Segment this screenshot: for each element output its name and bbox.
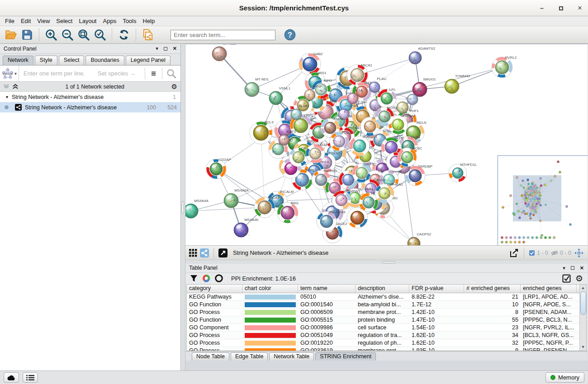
close-icon[interactable]: × [576, 4, 583, 12]
panel-float-icon[interactable] [571, 265, 574, 271]
tab-network[interactable]: Network [3, 56, 33, 65]
tree-expand-icon[interactable]: ▾ [6, 94, 8, 99]
cell: Alzheimer's dise... [356, 293, 409, 300]
network-view-title: String Network - Alzheimer's disease [233, 249, 328, 256]
expand-all-icon[interactable] [3, 84, 9, 89]
scroll-up-icon[interactable]: ▲ [581, 285, 585, 291]
donut-chart-icon[interactable] [215, 274, 223, 282]
splitter-grip[interactable] [382, 261, 395, 263]
cloud-icon[interactable] [4, 372, 19, 383]
help-icon[interactable]: ? [283, 28, 297, 42]
zoom-in-icon[interactable] [44, 28, 58, 42]
zoom-out-icon[interactable] [60, 28, 75, 42]
network-row-selected[interactable]: String Network - Alzheimer's disease 100… [0, 102, 180, 112]
maximize-icon[interactable] [557, 5, 564, 12]
tab-style[interactable]: Style [35, 56, 57, 65]
menu-select[interactable]: Select [53, 17, 76, 25]
minimize-icon[interactable]: – [538, 5, 545, 12]
detach-view-icon[interactable] [218, 248, 228, 258]
column-header-enriched-genes[interactable]: enriched genes [521, 285, 577, 293]
column-header-description[interactable]: description [356, 285, 409, 293]
string-options-icon[interactable]: ≡ [145, 69, 162, 79]
string-species-hint[interactable]: Set species → [98, 70, 145, 77]
column-header-category[interactable]: category [187, 285, 242, 293]
collapse-all-icon[interactable] [12, 84, 19, 89]
vertical-splitter[interactable] [181, 44, 185, 370]
tab-edge-table[interactable]: Edge Table [231, 352, 268, 361]
menu-layout[interactable]: Layout [76, 17, 100, 25]
panel-menu-icon[interactable]: ▾ [563, 265, 565, 271]
birdseye-canvas[interactable] [498, 156, 588, 245]
table-row[interactable]: GO ProcessGO:0006509membrane prot...1.42… [187, 309, 579, 316]
menu-tools[interactable]: Tools [119, 17, 139, 25]
control-panel-title: Control Panel [4, 46, 37, 52]
cell: GO Function [187, 301, 242, 308]
table-row[interactable]: GO ProcessGO:0019220regulation of ph...1… [187, 339, 579, 347]
scrollbar-thumb[interactable] [580, 291, 586, 315]
menu-file[interactable]: File [2, 17, 18, 25]
tab-network-table[interactable]: Network Table [269, 352, 314, 361]
navigate-icon[interactable] [574, 248, 584, 258]
table-row[interactable]: GO ComponentGO:0009986cell surface1.54E-… [187, 324, 579, 332]
tab-legend-panel[interactable]: Legend Panel [126, 56, 171, 65]
table-row[interactable]: KEGG Pathways05010Alzheimer's dise...8.8… [187, 293, 579, 301]
column-header--enriched-genes[interactable]: # enriched genes [464, 285, 521, 293]
tab-node-table[interactable]: Node Table [192, 352, 229, 361]
enrichment-settings-gear-icon[interactable]: ⚙ [575, 274, 583, 283]
network-view[interactable] [185, 44, 588, 245]
menu-help[interactable]: Help [140, 17, 158, 25]
zoom-fit-icon[interactable] [76, 28, 91, 42]
color-swatch [245, 318, 296, 323]
string-view-icon[interactable] [200, 248, 209, 258]
select-columns-icon[interactable] [562, 274, 571, 283]
column-header-chart-color[interactable]: chart color [242, 285, 298, 293]
scroll-down-icon[interactable]: ▼ [581, 344, 585, 351]
menu-view[interactable]: View [34, 17, 53, 25]
horizontal-splitter[interactable] [185, 260, 588, 264]
panel-float-icon[interactable] [164, 46, 167, 52]
color-swatch [245, 325, 296, 330]
export-network-icon[interactable] [509, 248, 519, 258]
cell: [LRP1, APOE, AD... [521, 293, 577, 300]
color-swatch [245, 333, 296, 338]
cell: [NGFR, APOE, S... [521, 301, 577, 308]
task-list-icon[interactable] [23, 372, 38, 383]
string-term-placeholder[interactable]: Enter one term per line. [24, 70, 85, 77]
save-session-icon[interactable] [20, 28, 34, 42]
window-controls: – × [538, 0, 583, 16]
table-row[interactable]: GO FunctionGO:0005515protein binding1.47… [187, 316, 579, 324]
tab-boundaries[interactable]: Boundaries [85, 56, 124, 65]
zoom-selected-icon[interactable] [93, 28, 107, 42]
memory-button[interactable]: Memory [545, 372, 584, 383]
string-logo-icon[interactable]: STRING ▾ [0, 66, 19, 81]
node-count: 100 [147, 104, 156, 111]
table-row[interactable]: GO ProcessGO:0033619membrane prot...1.93… [187, 347, 579, 351]
pie-chart-icon[interactable] [202, 274, 210, 282]
menu-apps[interactable]: Apps [100, 17, 120, 25]
table-row[interactable]: GO FunctionGO:0001540beta-amyloid bi...1… [187, 301, 579, 309]
open-file-icon[interactable] [4, 28, 18, 42]
tab-select[interactable]: Select [59, 56, 85, 65]
network-collection-row[interactable]: ▾ String Network - Alzheimer's disease 1 [0, 92, 180, 102]
menu-bar: FileEditViewSelectLayoutAppsToolsHelp [0, 16, 588, 26]
grid-view-icon[interactable] [189, 249, 197, 257]
clone-network-icon[interactable] [141, 28, 155, 42]
tab-string-enrichment[interactable]: STRING Enrichment [315, 352, 376, 361]
panel-close-icon[interactable]: ✕ [580, 265, 584, 271]
cell: GO Process [187, 309, 242, 316]
panel-menu-icon[interactable]: ▾ [156, 46, 158, 52]
refresh-icon[interactable] [117, 28, 131, 42]
filter-icon[interactable] [190, 275, 198, 282]
string-search-icon[interactable] [162, 66, 180, 81]
menu-edit[interactable]: Edit [18, 17, 34, 25]
cell: [PSENEN, ADAM... [521, 309, 577, 316]
birdseye-view[interactable] [498, 155, 588, 245]
column-header-FDR-p-value[interactable]: FDR p-value [409, 285, 464, 293]
table-scrollbar[interactable]: ▲ ▼ [579, 285, 586, 351]
search-input[interactable] [171, 30, 275, 40]
column-header-term-name[interactable]: term name [298, 285, 356, 293]
table-row[interactable]: GO ProcessGO:0051049regulation of tra...… [187, 332, 579, 339]
network-options-gear-icon[interactable]: ⚙ [171, 83, 177, 90]
panel-close-icon[interactable]: ✕ [173, 46, 177, 52]
splitter-grip[interactable] [181, 201, 184, 214]
